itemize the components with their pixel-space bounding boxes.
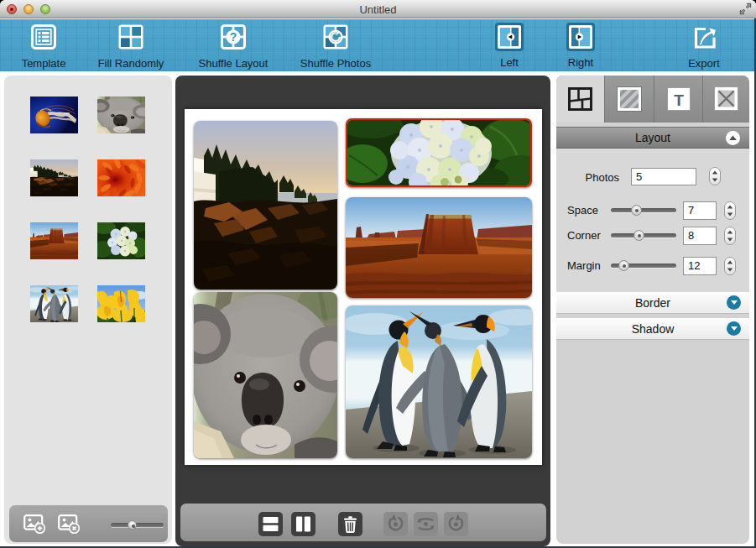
svg-text:?: ? [230, 30, 237, 44]
svg-text:T: T [674, 91, 684, 109]
